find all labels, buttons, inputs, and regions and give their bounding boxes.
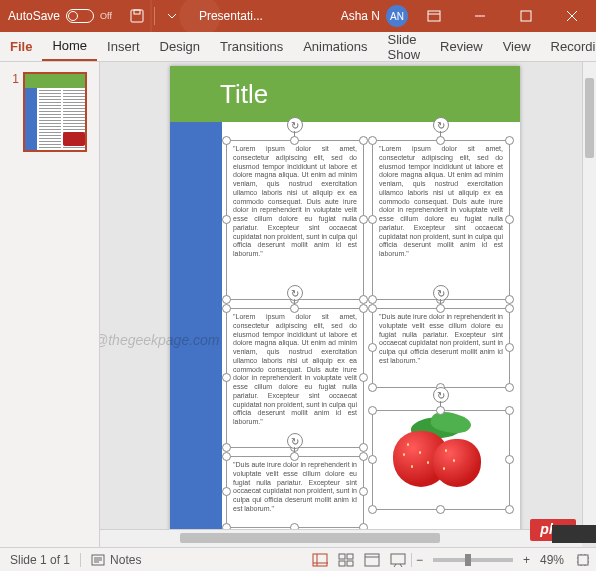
slide-sidebar-shape[interactable] <box>170 122 222 540</box>
resize-handle[interactable] <box>436 304 445 313</box>
minimize-button[interactable] <box>460 10 500 22</box>
reading-view-button[interactable] <box>359 548 385 571</box>
resize-handle[interactable] <box>505 295 514 304</box>
resize-handle[interactable] <box>505 215 514 224</box>
resize-handle[interactable] <box>359 304 368 313</box>
autosave-toggle[interactable]: AutoSave Off <box>0 0 120 32</box>
resize-handle[interactable] <box>505 136 514 145</box>
slide-canvas-pane[interactable]: Title "Lorem ipsum dolor sit amet, conse… <box>100 62 596 547</box>
document-name[interactable]: Presentati... <box>189 9 273 23</box>
slide[interactable]: Title "Lorem ipsum dolor sit amet, conse… <box>170 66 520 540</box>
resize-handle[interactable] <box>368 304 377 313</box>
resize-handle[interactable] <box>505 455 514 464</box>
tab-home[interactable]: Home <box>42 32 97 61</box>
svg-rect-15 <box>339 554 345 559</box>
zoom-in-button[interactable]: + <box>519 553 534 567</box>
slideshow-view-button[interactable] <box>385 548 411 571</box>
resize-handle[interactable] <box>368 406 377 415</box>
resize-handle[interactable] <box>368 343 377 352</box>
thumbnail-pane[interactable]: 1 <box>0 62 100 547</box>
close-button[interactable] <box>552 10 592 22</box>
resize-handle[interactable] <box>505 505 514 514</box>
resize-handle[interactable] <box>222 215 231 224</box>
status-bar: Slide 1 of 1 Notes − + 49% <box>0 547 596 571</box>
resize-handle[interactable] <box>222 487 231 496</box>
zoom-out-button[interactable]: − <box>412 553 427 567</box>
slide-sorter-button[interactable] <box>333 548 359 571</box>
resize-handle[interactable] <box>505 383 514 392</box>
rotate-handle[interactable] <box>433 387 449 403</box>
textbox-right-2[interactable]: "Duis aute irure dolor in reprehenderit … <box>372 308 510 388</box>
rotate-handle[interactable] <box>287 285 303 301</box>
save-button[interactable] <box>120 0 154 32</box>
resize-handle[interactable] <box>368 383 377 392</box>
rotate-handle[interactable] <box>433 117 449 133</box>
resize-handle[interactable] <box>359 452 368 461</box>
tab-file[interactable]: File <box>0 32 42 61</box>
resize-handle[interactable] <box>359 136 368 145</box>
resize-handle[interactable] <box>368 295 377 304</box>
resize-handle[interactable] <box>368 455 377 464</box>
customize-qat-button[interactable] <box>155 0 189 32</box>
zoom-percentage[interactable]: 49% <box>534 553 570 567</box>
textbox-left-3[interactable]: "Duis aute irure dolor in reprehenderit … <box>226 456 364 528</box>
resize-handle[interactable] <box>368 505 377 514</box>
resize-handle[interactable] <box>290 452 299 461</box>
maximize-button[interactable] <box>506 10 546 22</box>
tab-review[interactable]: Review <box>430 32 493 61</box>
resize-handle[interactable] <box>359 295 368 304</box>
resize-handle[interactable] <box>222 295 231 304</box>
resize-handle[interactable] <box>505 343 514 352</box>
normal-view-button[interactable] <box>307 548 333 571</box>
slide-title[interactable]: Title <box>170 66 520 122</box>
textbox-right-1[interactable]: "Lorem ipsum dolor sit amet, consectetur… <box>372 140 510 300</box>
normal-view-icon <box>312 553 328 567</box>
tab-recording[interactable]: Recordi <box>541 32 596 61</box>
resize-handle[interactable] <box>359 487 368 496</box>
tab-animations[interactable]: Animations <box>293 32 377 61</box>
resize-handle[interactable] <box>222 304 231 313</box>
resize-handle[interactable] <box>359 443 368 452</box>
resize-handle[interactable] <box>505 406 514 415</box>
notes-button[interactable]: Notes <box>81 548 151 571</box>
resize-handle[interactable] <box>436 406 445 415</box>
resize-handle[interactable] <box>222 443 231 452</box>
tab-slideshow[interactable]: Slide Show <box>378 32 431 61</box>
textbox-left-1[interactable]: "Lorem ipsum dolor sit amet, consectetur… <box>226 140 364 300</box>
slide-thumbnail-1[interactable]: 1 <box>12 72 87 152</box>
vertical-scrollbar[interactable] <box>582 62 596 529</box>
resize-handle[interactable] <box>436 136 445 145</box>
resize-handle[interactable] <box>436 505 445 514</box>
tab-view[interactable]: View <box>493 32 541 61</box>
resize-handle[interactable] <box>505 304 514 313</box>
zoom-slider[interactable] <box>433 558 513 562</box>
rotate-handle[interactable] <box>287 117 303 133</box>
resize-handle[interactable] <box>222 452 231 461</box>
user-avatar[interactable]: AN <box>386 5 408 27</box>
resize-handle[interactable] <box>222 373 231 382</box>
slide-counter[interactable]: Slide 1 of 1 <box>0 548 80 571</box>
rotate-handle[interactable] <box>287 433 303 449</box>
resize-handle[interactable] <box>368 136 377 145</box>
svg-rect-12 <box>313 554 327 566</box>
resize-handle[interactable] <box>290 136 299 145</box>
fit-to-window-button[interactable] <box>570 548 596 571</box>
resize-handle[interactable] <box>359 373 368 382</box>
resize-handle[interactable] <box>359 215 368 224</box>
resize-handle[interactable] <box>222 136 231 145</box>
ribbon-display-button[interactable] <box>414 10 454 22</box>
textbox-left-2[interactable]: "Lorem ipsum dolor sit amet, consectetur… <box>226 308 364 448</box>
image-strawberry[interactable] <box>372 410 510 510</box>
tab-insert[interactable]: Insert <box>97 32 150 61</box>
tab-transitions[interactable]: Transitions <box>210 32 293 61</box>
scrollbar-thumb[interactable] <box>180 533 440 543</box>
horizontal-scrollbar[interactable] <box>100 529 582 547</box>
tab-design[interactable]: Design <box>150 32 210 61</box>
resize-handle[interactable] <box>368 215 377 224</box>
user-name[interactable]: Asha N <box>341 9 380 23</box>
resize-handle[interactable] <box>290 304 299 313</box>
textbox-text: "Lorem ipsum dolor sit amet, consectetur… <box>373 141 509 263</box>
scrollbar-thumb[interactable] <box>585 78 594 158</box>
rotate-handle[interactable] <box>433 285 449 301</box>
zoom-slider-thumb[interactable] <box>465 554 471 566</box>
